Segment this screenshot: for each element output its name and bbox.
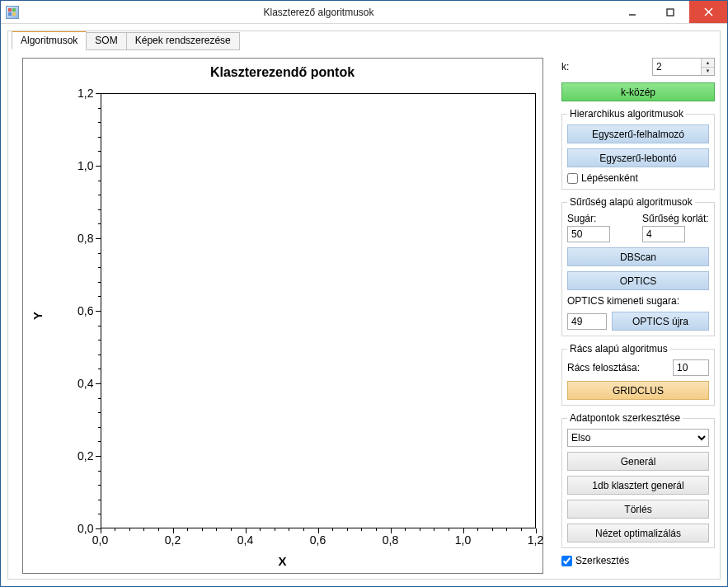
- window-title: Klaszterező algoritmusok: [24, 7, 613, 18]
- optics-output-input[interactable]: [567, 313, 607, 330]
- y-tick-label: 0,4: [77, 377, 93, 390]
- plot-area: [101, 93, 536, 528]
- x-tick-label: 1,0: [455, 533, 471, 547]
- grid-div-input[interactable]: [673, 359, 709, 376]
- spinner-down-icon[interactable]: ▼: [702, 68, 714, 76]
- tab-algorithms[interactable]: Algoritmusok: [12, 31, 87, 49]
- minimize-button[interactable]: [613, 1, 651, 23]
- tab-som[interactable]: SOM: [86, 32, 126, 50]
- k-label: k:: [561, 61, 569, 73]
- dbscan-button[interactable]: DBScan: [567, 247, 709, 266]
- app-icon: [6, 6, 19, 19]
- y-tick-label: 0,6: [77, 304, 93, 317]
- divisive-button[interactable]: Egyszerű-lebontó: [567, 148, 709, 167]
- spinner-up-icon[interactable]: ▲: [702, 59, 714, 68]
- grid-group: Rács alapú algoritmus Rács felosztása: G…: [561, 343, 715, 406]
- generate-one-button[interactable]: 1db klasztert generál: [567, 476, 709, 495]
- x-tick-label: 0,6: [310, 533, 326, 547]
- gridclus-button[interactable]: GRIDCLUS: [567, 381, 709, 400]
- grid-legend: Rács alapú algoritmus: [567, 343, 670, 355]
- close-button[interactable]: [689, 1, 727, 23]
- radius-label: Sugár:: [567, 213, 634, 224]
- edit-group: Adatpontok szerkesztése Elso Generál 1db…: [561, 412, 715, 548]
- svg-rect-1: [667, 9, 674, 16]
- minpts-input[interactable]: [642, 226, 685, 242]
- x-tick-label: 1,2: [528, 533, 543, 547]
- dataset-combo[interactable]: Elso: [567, 429, 709, 447]
- maximize-button[interactable]: [651, 1, 689, 23]
- hierarchical-legend: Hierarchikus algoritmusok: [567, 108, 686, 120]
- x-tick-label: 0,0: [92, 533, 108, 547]
- minpts-label: Sűrűség korlát:: [642, 213, 709, 224]
- editing-label: Szerkesztés: [575, 555, 629, 566]
- chart: Klaszterezendő pontok Y X 0,00,20,40,60,…: [22, 58, 543, 574]
- density-legend: Sűrűség alapú algoritmusok: [567, 196, 695, 208]
- y-tick-label: 0,8: [77, 232, 93, 245]
- stepwise-label: Lépésenként: [581, 172, 638, 184]
- stepwise-checkbox[interactable]: [567, 173, 578, 184]
- k-input[interactable]: [653, 59, 701, 75]
- optics-button[interactable]: OPTICS: [567, 271, 709, 290]
- generate-button[interactable]: Generál: [567, 452, 709, 471]
- density-group: Sűrűség alapú algoritmusok Sugár: Sűrűsé…: [561, 196, 715, 336]
- edit-legend: Adatpontok szerkesztése: [567, 412, 683, 424]
- k-spinner[interactable]: ▲ ▼: [652, 58, 715, 76]
- grid-div-label: Rács felosztása:: [567, 362, 669, 373]
- y-tick-label: 0,0: [77, 522, 93, 535]
- chart-title: Klaszterezendő pontok: [23, 59, 542, 80]
- y-tick-label: 1,2: [77, 87, 93, 100]
- optimize-view-button[interactable]: Nézet optimalizálás: [567, 524, 709, 542]
- x-tick-label: 0,4: [237, 533, 253, 547]
- tab-images[interactable]: Képek rendszerezése: [126, 32, 240, 50]
- x-tick-label: 0,2: [165, 533, 181, 547]
- y-axis-label: Y: [30, 312, 44, 320]
- optics-again-button[interactable]: OPTICS újra: [612, 312, 709, 331]
- y-tick-label: 1,0: [77, 159, 93, 172]
- radius-input[interactable]: [567, 226, 610, 242]
- hierarchical-group: Hierarchikus algoritmusok Egyszerű-felha…: [561, 108, 715, 190]
- x-tick-label: 0,8: [383, 533, 398, 547]
- kmeans-button[interactable]: k-közép: [561, 82, 715, 101]
- optics-output-label: OPTICS kimeneti sugara:: [567, 295, 709, 307]
- editing-checkbox[interactable]: [561, 556, 572, 566]
- agglomerative-button[interactable]: Egyszerű-felhalmozó: [567, 124, 709, 143]
- x-axis-label: X: [278, 554, 286, 568]
- y-tick-label: 0,2: [77, 449, 93, 463]
- clear-button[interactable]: Törlés: [567, 500, 709, 519]
